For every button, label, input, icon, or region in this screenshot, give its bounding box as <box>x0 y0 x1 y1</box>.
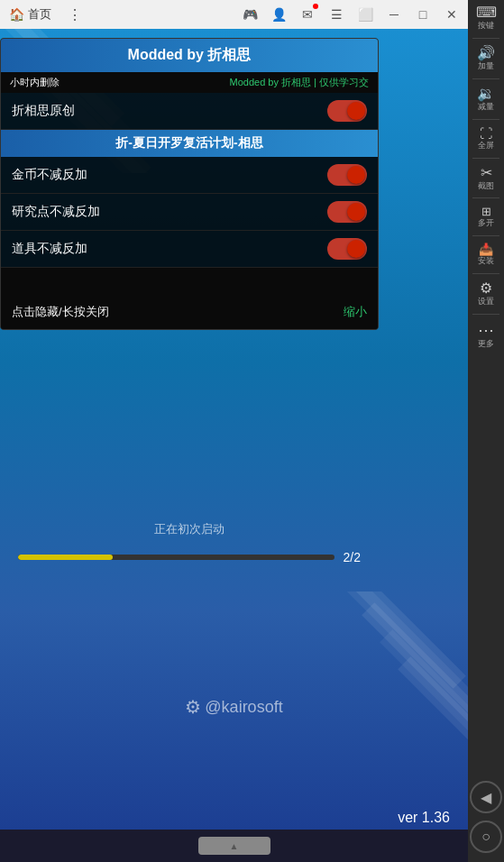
mod-by-hint: Modded by 折相思 | 仅供学习交 <box>230 76 369 89</box>
nav-circle-button[interactable]: ○ <box>470 821 502 853</box>
progress-area: 2/2 <box>0 550 379 564</box>
person-icon[interactable]: 👤 <box>266 2 291 27</box>
nav-circle-icon: ○ <box>481 829 490 845</box>
close-button[interactable]: ✕ <box>439 2 464 27</box>
toggle-original[interactable] <box>327 100 367 122</box>
volume-down-icon: 🔉 <box>477 87 495 101</box>
volume-down-label: 减量 <box>478 103 494 112</box>
section1-label: 折相思原创 <box>12 103 75 119</box>
keyboard-icon: ⌨ <box>476 5 497 20</box>
install-icon: 📥 <box>479 243 493 255</box>
bottom-handle[interactable]: ▲ <box>198 837 270 855</box>
divider-8 <box>472 314 499 315</box>
divider-5 <box>472 197 499 198</box>
volume-up-icon: 🔊 <box>477 46 495 60</box>
menu-dots[interactable]: ⋮ <box>68 6 82 23</box>
first-launch-text: 正在初次启动 <box>0 521 379 537</box>
volume-up-label: 加量 <box>478 62 494 71</box>
toggle-knob-gold <box>347 166 365 184</box>
toggle-track-item <box>327 238 367 260</box>
home-icon: 🏠 <box>9 7 24 22</box>
divider-3 <box>472 119 499 120</box>
toggle-knob-original <box>347 102 365 120</box>
research-label: 研究点不减反加 <box>12 204 100 220</box>
sidebar-item-multiopen[interactable]: ⊞ 多开 <box>468 200 504 234</box>
settings-label: 设置 <box>478 298 494 307</box>
divider-4 <box>472 158 499 159</box>
screenshot-icon[interactable]: ⬜ <box>353 2 378 27</box>
progress-bar-fill <box>18 555 113 560</box>
keyboard-label: 按键 <box>478 22 494 31</box>
main-area: Modded by 折相思 小时内删除 Modded by 折相思 | 仅供学习… <box>0 29 468 862</box>
mod-panel: Modded by 折相思 小时内删除 Modded by 折相思 | 仅供学习… <box>0 38 379 330</box>
sidebar-item-fullscreen[interactable]: ⛶ 全屏 <box>468 122 504 156</box>
kairosoft-logo: ⚙ @kairosoft <box>185 696 282 718</box>
toggle-track-research <box>327 201 367 223</box>
sidebar-item-settings[interactable]: ⚙ 设置 <box>468 276 504 312</box>
toggle-track-gold <box>327 164 367 186</box>
sidebar: ⌨ 按键 🔊 加量 🔉 减量 ⛶ 全屏 ✂ 截图 ⊞ 多开 📥 安装 ⚙ 设置 … <box>468 0 504 862</box>
minimize-hint[interactable]: 缩小 <box>344 304 367 320</box>
gear-icon: ⚙ <box>185 696 201 718</box>
minimize-button[interactable]: ─ <box>381 2 407 27</box>
mod-title: Modded by 折相思 <box>128 47 252 62</box>
home-label: 首页 <box>28 6 51 23</box>
install-label: 安装 <box>478 257 494 266</box>
window-controls: 🎮 👤 ✉ ☰ ⬜ ─ □ ✕ <box>237 2 468 27</box>
sidebar-item-keyboard[interactable]: ⌨ 按键 <box>468 0 504 36</box>
version-text: ver 1.36 <box>398 810 450 826</box>
progress-bar-background <box>18 555 334 560</box>
nav-back-button[interactable]: ◀ <box>470 781 502 813</box>
sidebar-item-more[interactable]: ⋯ 更多 <box>468 316 504 354</box>
more-icon: ⋯ <box>478 322 494 338</box>
delete-hint: 小时内删除 <box>10 76 60 89</box>
gold-label: 金币不减反加 <box>12 167 87 183</box>
mod-footer: 点击隐藏/长按关闭 缩小 <box>1 295 378 329</box>
fullscreen-icon: ⛶ <box>480 127 492 140</box>
toggle-knob-item <box>347 240 365 258</box>
decoration-stripes-br <box>288 591 468 772</box>
divider-7 <box>472 273 499 274</box>
toggle-item[interactable] <box>327 238 367 260</box>
divider-1 <box>472 38 499 39</box>
mod-row-original: 折相思原创 <box>1 93 378 130</box>
mod-section2-header: 折-夏日开罗复活计划-相思 <box>1 130 378 157</box>
hide-hint[interactable]: 点击隐藏/长按关闭 <box>12 304 109 320</box>
multiopen-icon: ⊞ <box>481 206 491 217</box>
toggle-knob-research <box>347 203 365 221</box>
kairosoft-text: @kairosoft <box>205 698 282 717</box>
mod-row-item: 道具不减反加 <box>1 231 378 268</box>
title-bar: 🏠 首页 ⋮ 🎮 👤 ✉ ☰ ⬜ ─ □ ✕ <box>0 0 468 29</box>
sidebar-item-screenshot[interactable]: ✂ 截图 <box>468 160 504 197</box>
mod-row-research: 研究点不减反加 <box>1 194 378 231</box>
screenshot-icon2: ✂ <box>481 166 492 180</box>
toggle-track-original <box>327 100 367 122</box>
progress-text: 2/2 <box>344 550 361 564</box>
bottom-bar: ▲ <box>0 830 468 862</box>
menu-icon[interactable]: ☰ <box>324 2 349 27</box>
mod-row-gold: 金币不减反加 <box>1 157 378 194</box>
home-tab[interactable]: 🏠 首页 <box>0 6 60 23</box>
screenshot-label: 截图 <box>478 182 494 191</box>
more-label: 更多 <box>478 340 494 349</box>
nav-back-icon: ◀ <box>481 789 491 806</box>
mod-panel-header: Modded by 折相思 <box>1 39 378 72</box>
nav-buttons: ◀ ○ <box>468 781 504 862</box>
mail-icon[interactable]: ✉ <box>295 2 320 27</box>
divider-2 <box>472 78 499 79</box>
toggle-gold[interactable] <box>327 164 367 186</box>
item-label: 道具不减反加 <box>12 241 87 257</box>
sidebar-item-volume-up[interactable]: 🔊 加量 <box>468 41 504 77</box>
maximize-button[interactable]: □ <box>410 2 435 27</box>
mod-spacer <box>1 268 378 295</box>
mod-subheader: 小时内删除 Modded by 折相思 | 仅供学习交 <box>1 72 378 93</box>
fullscreen-label: 全屏 <box>478 142 494 151</box>
game-background: Modded by 折相思 小时内删除 Modded by 折相思 | 仅供学习… <box>0 29 468 862</box>
sidebar-item-install[interactable]: 📥 安装 <box>468 238 504 271</box>
gamepad-icon[interactable]: 🎮 <box>237 2 262 27</box>
notification-dot <box>313 4 318 9</box>
sidebar-item-volume-down[interactable]: 🔉 减量 <box>468 81 504 117</box>
toggle-research[interactable] <box>327 201 367 223</box>
multiopen-label: 多开 <box>478 219 494 228</box>
first-launch-label: 正在初次启动 <box>154 522 225 536</box>
